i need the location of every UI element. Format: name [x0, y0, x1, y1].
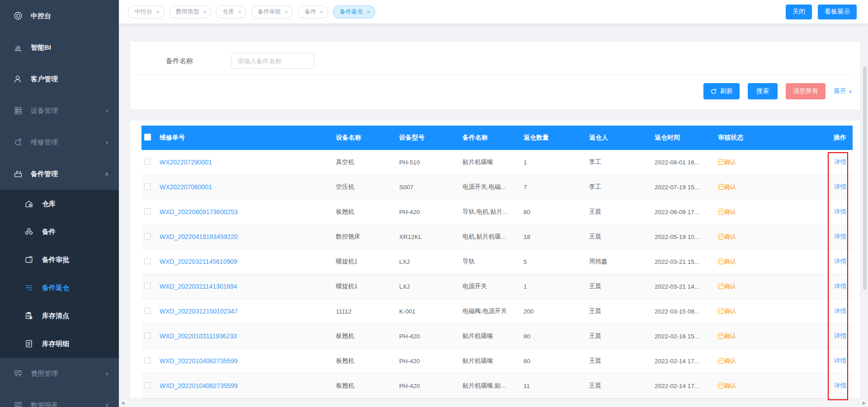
- cell-order[interactable]: WXD_20220609173600253: [156, 208, 332, 215]
- detail-link[interactable]: 详情: [834, 208, 846, 216]
- detail-link[interactable]: 详情: [834, 257, 846, 266]
- part-name-input[interactable]: [231, 53, 314, 69]
- row-checkbox[interactable]: [144, 357, 151, 364]
- close-icon[interactable]: ×: [203, 9, 207, 15]
- tab-chip-备件审批[interactable]: 备件审批×: [251, 5, 293, 19]
- sidebar-subitem-库存清点[interactable]: 库存清点: [0, 302, 119, 330]
- table-row: WXD_2022031215010234711112K-001电磁阀,电源开关2…: [142, 299, 853, 324]
- cell-qty: 11: [520, 383, 585, 389]
- sidebar-item-label: 客户管理: [31, 75, 58, 84]
- expand-link[interactable]: 展开 ∨: [834, 87, 852, 95]
- tab-chip-费用类型[interactable]: 费用类型×: [169, 5, 212, 19]
- sidebar-item-label: 数据报表: [31, 401, 58, 407]
- toolbox-icon: [13, 168, 24, 179]
- row-checkbox-cell: [142, 233, 156, 241]
- cell-status: 已确认: [714, 257, 805, 266]
- cell-part: 贴片机吸嘴,贴...: [459, 382, 520, 390]
- cell-order[interactable]: WXD_20220104082735599: [156, 382, 332, 389]
- cell-device: 数控铣床: [332, 233, 396, 241]
- detail-link[interactable]: 详情: [834, 282, 846, 290]
- tab-chip-备件[interactable]: 备件×: [297, 5, 328, 19]
- sidebar-item-label: 费用管理: [31, 370, 58, 378]
- cell-order[interactable]: WXD_20220321145610909: [156, 258, 332, 265]
- sidebar-item-中控台[interactable]: 中控台: [0, 0, 119, 32]
- close-icon[interactable]: ×: [320, 9, 323, 15]
- clear-all-button[interactable]: 清空所有: [786, 83, 826, 99]
- row-checkbox[interactable]: [144, 332, 151, 339]
- tab-chip-label: 备件: [304, 8, 316, 16]
- cell-order[interactable]: WXD_20220321141301694: [156, 283, 332, 290]
- row-checkbox[interactable]: [144, 159, 151, 165]
- board-display-button[interactable]: 看板展示: [818, 5, 857, 19]
- cell-time: 2022-05-19 10...: [651, 234, 714, 240]
- close-icon[interactable]: ×: [156, 9, 160, 15]
- tab-chip-仓库[interactable]: 仓库×: [216, 5, 246, 19]
- row-checkbox[interactable]: [144, 233, 151, 239]
- cell-part: 电源开关,电磁...: [459, 183, 520, 191]
- row-checkbox[interactable]: [144, 382, 151, 388]
- cell-order[interactable]: WXD_20220104082735599: [156, 357, 332, 365]
- sidebar-item-费用管理[interactable]: 费用管理∨: [0, 358, 119, 389]
- detail-link[interactable]: 详情: [834, 332, 846, 340]
- sidebar-item-备件管理[interactable]: 备件管理∧: [0, 158, 119, 190]
- sidebar-item-维修管理[interactable]: 维修管理∨: [0, 126, 119, 158]
- sidebar-subitem-仓库[interactable]: 仓库: [0, 190, 119, 218]
- row-checkbox[interactable]: [144, 183, 151, 190]
- cell-qty: 80: [520, 333, 585, 340]
- cell-status: 已确认: [714, 158, 805, 166]
- repair-icon: [13, 137, 24, 148]
- sidebar-item-智能BI[interactable]: 智能BI: [0, 32, 119, 63]
- table-row: WXD_20220104082735599板翘机PH-420贴片机吸嘴80王晨2…: [142, 349, 853, 374]
- cell-part: 电磁阀,电源开关: [459, 307, 520, 315]
- detail-link[interactable]: 详情: [834, 307, 846, 315]
- cell-person: 王晨: [585, 357, 651, 365]
- table-row: WXD_20220104082735599板翘机PH-420贴片机吸嘴,贴...…: [142, 374, 853, 398]
- close-button[interactable]: 关闭: [786, 5, 812, 19]
- detail-link[interactable]: 详情: [834, 382, 846, 390]
- row-checkbox[interactable]: [144, 258, 151, 264]
- detail-link[interactable]: 详情: [834, 183, 846, 191]
- cell-order[interactable]: WX202207060001: [156, 183, 332, 191]
- row-checkbox-cell: [142, 308, 156, 315]
- sidebar-subitem-备件[interactable]: 备件: [0, 218, 119, 246]
- tab-chip-label: 仓库: [222, 8, 234, 16]
- close-icon[interactable]: ×: [367, 9, 370, 15]
- sidebar-subitem-库存明细[interactable]: 库存明细: [0, 330, 119, 358]
- tab-chip-label: 费用类型: [176, 8, 199, 16]
- search-button[interactable]: 搜索: [748, 83, 778, 99]
- tab-chip-label: 中控台: [135, 8, 152, 16]
- sidebar-subitem-备件返仓[interactable]: 备件返仓: [0, 274, 119, 302]
- cell-order[interactable]: WX202207290001: [156, 159, 332, 166]
- cell-part: 导轨: [459, 257, 520, 266]
- cell-order[interactable]: WXD_20220103111936233: [156, 332, 332, 340]
- sidebar-subitem-label: 库存清点: [42, 312, 69, 320]
- stocktake-icon: [24, 310, 34, 321]
- cell-action: 详情: [805, 208, 853, 216]
- tab-chip-备件返仓[interactable]: 备件返仓×: [333, 5, 375, 19]
- scroll-left-icon[interactable]: ◀: [121, 399, 124, 407]
- cell-device: 板翘机: [332, 357, 396, 365]
- cell-order[interactable]: WXD_20220312150102347: [156, 308, 332, 315]
- close-icon[interactable]: ×: [238, 9, 241, 15]
- refresh-button[interactable]: 刷新: [703, 83, 740, 99]
- sidebar-item-数据报表[interactable]: 数据报表∨: [0, 389, 119, 407]
- cell-time: 2022-08-01 16...: [651, 159, 714, 166]
- sidebar-subitem-备件审批[interactable]: 备件审批: [0, 246, 119, 274]
- detail-link[interactable]: 详情: [834, 357, 846, 365]
- cell-order[interactable]: WXD_20220419183459220: [156, 233, 332, 240]
- select-all-checkbox[interactable]: [144, 134, 151, 140]
- tab-chip-中控台[interactable]: 中控台×: [128, 5, 165, 19]
- detail-link[interactable]: 详情: [834, 233, 846, 241]
- sidebar-item-设备管理[interactable]: 设备管理∨: [0, 95, 119, 126]
- sidebar-item-客户管理[interactable]: 客户管理: [0, 63, 119, 95]
- row-checkbox[interactable]: [144, 308, 151, 314]
- detail-link[interactable]: 详情: [834, 158, 846, 166]
- row-checkbox[interactable]: [144, 283, 151, 289]
- cell-time: 2022-03-21 14...: [651, 283, 714, 290]
- horizontal-scrollbar[interactable]: ◀ ▶: [119, 398, 868, 407]
- cell-action: 详情: [805, 382, 853, 390]
- close-icon[interactable]: ×: [285, 9, 288, 15]
- scroll-right-icon[interactable]: ▶: [863, 399, 866, 407]
- vertical-scrollbar[interactable]: [863, 66, 867, 290]
- row-checkbox[interactable]: [144, 208, 151, 215]
